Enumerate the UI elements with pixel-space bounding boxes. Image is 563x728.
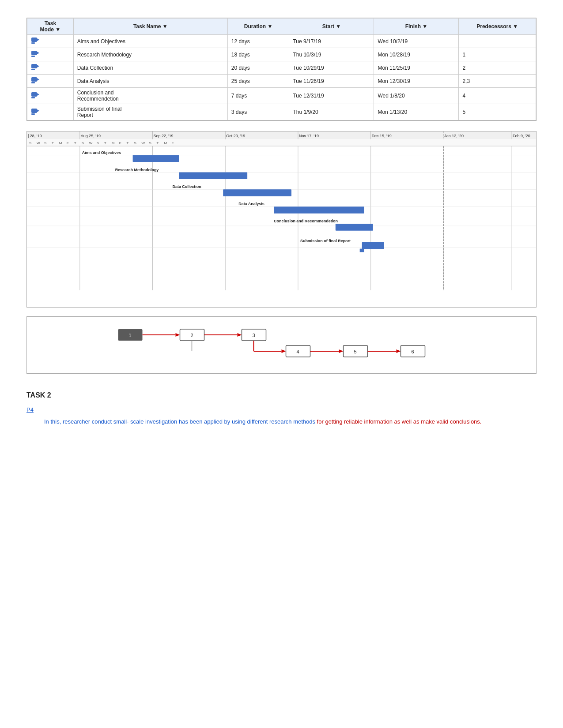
network-svg: 1 2 3 4 5 6 [27, 317, 536, 374]
gantt-chart-area: | 28, '19 Aug 25, '19 Sep 22, '19 Oct 20… [26, 131, 537, 308]
task-mode-icon [31, 37, 40, 45]
svg-rect-71 [274, 206, 364, 214]
svg-text:Dec 15, '19: Dec 15, '19 [372, 134, 392, 138]
task2-body-blue: In this, researcher conduct small- scale… [44, 418, 315, 425]
task-mode-cell [27, 61, 74, 75]
svg-marker-83 [238, 333, 242, 337]
svg-rect-15 [31, 109, 37, 113]
svg-rect-8 [31, 69, 35, 70]
svg-text:T: T [52, 141, 54, 145]
svg-marker-10 [37, 78, 39, 81]
p4-label: P4 [26, 406, 537, 413]
table-row: Submission of final Report3 daysThu 1/9/… [27, 104, 536, 120]
svg-text:Jan 12, '20: Jan 12, '20 [444, 134, 464, 138]
svg-marker-4 [37, 52, 39, 54]
svg-text:T: T [104, 141, 106, 145]
svg-rect-5 [31, 56, 35, 57]
task2-title: TASK 2 [26, 391, 537, 399]
table-row: Data Analysis25 daysTue 11/26/19Mon 12/3… [27, 75, 536, 88]
svg-text:Submission of final Report: Submission of final Report [300, 239, 351, 243]
svg-rect-3 [31, 51, 37, 55]
svg-text:S: S [82, 141, 84, 145]
task-finish-cell: Mon 10/28/19 [374, 48, 459, 61]
svg-text:4: 4 [296, 349, 299, 354]
svg-text:6: 6 [411, 349, 414, 354]
table-row: Data Collection20 daysTue 10/29/19Mon 11… [27, 61, 536, 75]
task-start-cell: Tue 9/17/19 [289, 35, 374, 48]
svg-rect-74 [360, 249, 364, 252]
task-start-cell: Tue 12/31/19 [289, 88, 374, 104]
task-name-cell: Conclusion and Recommendetion [73, 88, 227, 104]
task-start-cell: Tue 10/29/19 [289, 61, 374, 75]
svg-marker-13 [37, 93, 39, 96]
col-header-finish[interactable]: Finish ▼ [374, 19, 459, 35]
task-mode-cell [27, 104, 74, 120]
task-name-cell: Submission of final Report [73, 104, 227, 120]
task2-section: TASK 2 P4 In this, researcher conduct sm… [26, 391, 537, 427]
svg-rect-2 [31, 42, 35, 44]
svg-text:S: S [149, 141, 151, 145]
task-name-cell: Aims and Objectives [73, 35, 227, 48]
network-diagram-wrapper: 1 2 3 4 5 6 [26, 316, 537, 374]
task-finish-cell: Wed 10/2/19 [374, 35, 459, 48]
gantt-table: TaskMode ▼ Task Name ▼ Duration ▼ Start … [27, 18, 536, 120]
svg-text:F: F [119, 141, 121, 145]
svg-text:W: W [89, 141, 93, 145]
svg-text:Data Analysis: Data Analysis [238, 202, 264, 206]
table-row: Aims and Objectives12 daysTue 9/17/19Wed… [27, 35, 536, 48]
task-name-cell: Data Analysis [73, 75, 227, 88]
task-mode-icon [31, 76, 40, 84]
task-name-cell: Data Collection [73, 61, 227, 75]
col-header-dur[interactable]: Duration ▼ [227, 19, 289, 35]
col-header-name[interactable]: Task Name ▼ [73, 19, 227, 35]
svg-text:Research Methodology: Research Methodology [115, 168, 159, 173]
task-duration-cell: 18 days [227, 48, 289, 61]
task-duration-cell: 7 days [227, 88, 289, 104]
svg-text:Conclusion and Recommendetion: Conclusion and Recommendetion [274, 219, 338, 223]
svg-text:Sep 22, '19: Sep 22, '19 [154, 134, 174, 138]
col-header-start[interactable]: Start ▼ [289, 19, 374, 35]
task-start-cell: Thu 10/3/19 [289, 48, 374, 61]
svg-rect-69 [179, 172, 247, 179]
svg-text:W: W [37, 141, 40, 145]
col-header-pred[interactable]: Predecessors ▼ [459, 19, 536, 35]
svg-text:T: T [74, 141, 76, 145]
svg-rect-6 [31, 64, 37, 68]
svg-rect-12 [31, 92, 37, 97]
svg-text:Nov 17, '19: Nov 17, '19 [299, 134, 319, 138]
task-duration-cell: 25 days [227, 75, 289, 88]
svg-text:S: S [29, 141, 31, 145]
svg-marker-93 [339, 349, 344, 353]
svg-rect-17 [31, 113, 35, 115]
svg-rect-68 [133, 155, 179, 162]
task-mode-cell [27, 88, 74, 104]
svg-marker-88 [282, 349, 286, 353]
task-finish-cell: Mon 1/13/20 [374, 104, 459, 120]
svg-text:Aims and Objectives: Aims and Objectives [82, 150, 121, 155]
task-duration-cell: 12 days [227, 35, 289, 48]
svg-rect-72 [336, 224, 373, 231]
task-mode-icon [31, 91, 40, 99]
task-duration-cell: 20 days [227, 61, 289, 75]
svg-text:| 28, '19: | 28, '19 [28, 134, 42, 138]
task-pred-cell: 4 [459, 88, 536, 104]
svg-text:3: 3 [252, 333, 255, 338]
table-row: Conclusion and Recommendetion7 daysTue 1… [27, 88, 536, 104]
task-mode-icon [31, 108, 40, 116]
task-mode-cell [27, 35, 74, 48]
task-finish-cell: Wed 1/8/20 [374, 88, 459, 104]
col-header-mode[interactable]: TaskMode ▼ [27, 19, 74, 35]
svg-text:F: F [171, 141, 174, 145]
task2-body-red: for getting reliable information as well… [315, 418, 481, 425]
svg-text:5: 5 [354, 349, 356, 354]
task-pred-cell: 2,3 [459, 75, 536, 88]
task-pred-cell [459, 35, 536, 48]
svg-marker-7 [37, 65, 39, 68]
svg-text:M: M [59, 141, 62, 145]
svg-text:F: F [67, 141, 69, 145]
task-start-cell: Tue 11/26/19 [289, 75, 374, 88]
task2-paragraph: In this, researcher conduct small- scale… [26, 417, 537, 427]
task-mode-cell [27, 48, 74, 61]
task-name-cell: Research Methodology [73, 48, 227, 61]
svg-text:T: T [127, 141, 129, 145]
